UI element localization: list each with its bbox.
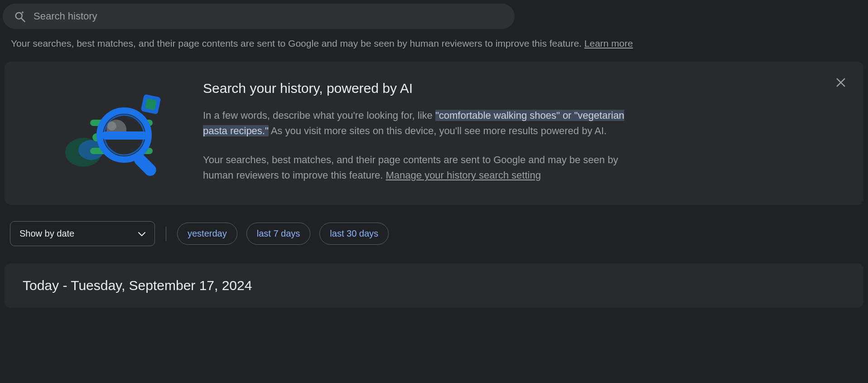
svg-point-0 bbox=[16, 13, 22, 19]
chip-last-7-days[interactable]: last 7 days bbox=[246, 223, 311, 245]
search-input[interactable] bbox=[34, 10, 504, 22]
manage-setting-link[interactable]: Manage your history search setting bbox=[386, 170, 541, 181]
learn-more-link[interactable]: Learn more bbox=[584, 38, 633, 48]
info-body-suffix: As you visit more sites on this device, … bbox=[269, 125, 607, 136]
info-title: Search your history, powered by AI bbox=[203, 81, 647, 96]
info-body-prefix: In a few words, describe what you're loo… bbox=[203, 110, 435, 121]
show-by-date-select[interactable]: Show by date bbox=[10, 221, 155, 246]
filters-divider bbox=[166, 227, 166, 241]
svg-line-1 bbox=[22, 19, 25, 22]
caret-down-icon bbox=[138, 228, 145, 239]
chip-last-30-days[interactable]: last 30 days bbox=[319, 223, 389, 245]
disclosure-text: Your searches, best matches, and their p… bbox=[11, 38, 584, 48]
search-bar[interactable] bbox=[3, 4, 515, 29]
ai-search-illustration bbox=[29, 79, 178, 184]
close-icon bbox=[834, 83, 847, 90]
svg-point-18 bbox=[107, 121, 116, 131]
svg-rect-19 bbox=[101, 131, 148, 140]
privacy-disclosure: Your searches, best matches, and their p… bbox=[0, 38, 868, 62]
chip-yesterday[interactable]: yesterday bbox=[177, 223, 237, 245]
select-label: Show by date bbox=[19, 228, 74, 239]
history-date-group: Today - Tuesday, September 17, 2024 bbox=[5, 263, 863, 308]
ai-search-info-card: Search your history, powered by AI In a … bbox=[5, 62, 863, 205]
info-privacy: Your searches, best matches, and their p… bbox=[203, 152, 647, 183]
filters-row: Show by date yesterday last 7 days last … bbox=[0, 221, 868, 246]
svg-rect-7 bbox=[145, 98, 157, 110]
date-group-heading: Today - Tuesday, September 17, 2024 bbox=[23, 278, 845, 293]
info-content: Search your history, powered by AI In a … bbox=[203, 79, 647, 183]
close-button[interactable] bbox=[832, 73, 850, 93]
info-body: In a few words, describe what you're loo… bbox=[203, 108, 647, 139]
search-sparkle-icon bbox=[14, 10, 26, 23]
